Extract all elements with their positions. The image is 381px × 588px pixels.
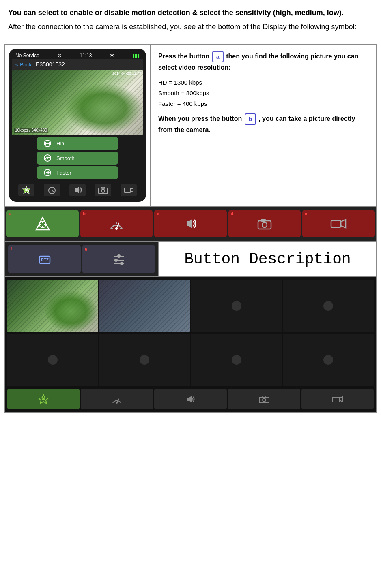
hd-icon xyxy=(42,139,53,148)
smooth-label: Smooth xyxy=(56,155,75,161)
grid-settings-btn[interactable] xyxy=(7,389,80,409)
smooth-button[interactable]: Smooth xyxy=(37,152,118,165)
grid-speaker-btn[interactable] xyxy=(154,389,226,409)
bluetooth-icon: ✱ xyxy=(110,53,114,58)
intro-line2: After the connection to the camera is es… xyxy=(8,21,373,32)
svg-marker-12 xyxy=(75,187,79,193)
svg-point-42 xyxy=(120,262,123,265)
faster-button[interactable]: Faster xyxy=(37,166,118,179)
toolbar-btn-a[interactable]: a xyxy=(6,210,79,237)
phone-bottom-bar xyxy=(12,182,143,199)
svg-point-38 xyxy=(117,254,121,258)
camera-grid xyxy=(7,280,374,387)
svg-point-46 xyxy=(116,402,118,404)
svg-rect-51 xyxy=(332,397,340,402)
settings-btn[interactable] xyxy=(18,184,34,196)
camera-photo-btn[interactable] xyxy=(95,184,111,196)
plant-overlay xyxy=(65,83,143,135)
btn-desc-left: f PTZ g xyxy=(5,242,159,276)
right-description-col: Press the button a then you find the fol… xyxy=(151,45,376,206)
svg-line-11 xyxy=(52,190,54,192)
btn-b-icon: b xyxy=(245,113,256,125)
camera-date: 2014-04-26 11:?? xyxy=(112,71,141,75)
when-press-text: When you press the button b , you can ta… xyxy=(158,113,369,135)
svg-marker-34 xyxy=(341,220,346,228)
kbps-label: 10kbps / 640x480 xyxy=(14,128,48,133)
svg-point-14 xyxy=(101,189,105,192)
camera-id: E35001532 xyxy=(36,61,65,68)
svg-marker-17 xyxy=(131,188,133,192)
btn-desc-section: f PTZ g Button Description xyxy=(4,242,377,277)
video-btn[interactable] xyxy=(121,184,137,196)
smooth-res: Smooth = 800kbps xyxy=(158,88,369,98)
hd-label: HD xyxy=(56,141,64,147)
svg-point-5 xyxy=(47,157,48,159)
camera-cell-3[interactable] xyxy=(191,280,282,332)
resolution-buttons: HD Smooth xyxy=(12,135,143,182)
camera-view: 2014-04-26 11:?? 10kbps / 640x480 xyxy=(12,70,143,135)
back-button[interactable]: < Back xyxy=(15,62,32,68)
hd-button[interactable]: HD xyxy=(37,137,118,150)
toolbar-label-g: g xyxy=(85,246,88,251)
intro-text: You can select to enable or disable moti… xyxy=(0,0,381,40)
camera-cell-6[interactable] xyxy=(99,334,190,386)
toolbar-label-f: f xyxy=(11,246,12,251)
grid-speed-btn[interactable] xyxy=(81,389,153,409)
toolbar-label-b: b xyxy=(83,211,86,216)
camera-cell-7[interactable] xyxy=(191,334,282,386)
svg-text:PTZ: PTZ xyxy=(41,258,49,262)
hd-res: HD = 1300 kbps xyxy=(158,78,369,88)
svg-rect-16 xyxy=(124,188,131,192)
press-btn-pre: Press the button xyxy=(158,53,209,60)
btn-a-icon: a xyxy=(212,51,224,62)
toolbar-btn-d[interactable]: d xyxy=(228,210,301,237)
toolbar-section: a b c d xyxy=(4,207,377,242)
svg-point-49 xyxy=(263,398,266,402)
grid-photo-btn[interactable] xyxy=(228,389,300,409)
camera-cell-4[interactable] xyxy=(283,280,374,332)
camera-cell-5[interactable] xyxy=(7,334,98,386)
when-press-pre: When you press the button xyxy=(158,115,242,122)
svg-rect-32 xyxy=(261,219,265,221)
phone-mockup-col: No Service ⊙ 11:13 ✱ ▮▮▮ < Back E3500153… xyxy=(5,45,151,206)
camera-cell-8[interactable] xyxy=(283,334,374,386)
svg-point-25 xyxy=(115,227,118,230)
resolution-list: HD = 1300 kbps Smooth = 800kbps Faster =… xyxy=(158,78,369,109)
toolbar-label-d: d xyxy=(231,211,234,216)
svg-marker-29 xyxy=(187,219,192,229)
svg-marker-47 xyxy=(187,396,192,402)
svg-marker-52 xyxy=(340,397,342,402)
toolbar-btn-g[interactable]: g xyxy=(82,245,155,273)
faster-res: Faster = 400 kbps xyxy=(158,99,369,109)
grid-video-btn[interactable] xyxy=(301,389,374,409)
svg-point-40 xyxy=(114,259,118,262)
main-section: No Service ⊙ 11:13 ✱ ▮▮▮ < Back E3500153… xyxy=(4,44,377,207)
toolbar-btn-b[interactable]: b xyxy=(80,210,153,237)
wifi-icon: ⊙ xyxy=(58,53,62,58)
smooth-icon xyxy=(42,154,53,163)
intro-line1: You can select to enable or disable moti… xyxy=(8,7,373,18)
toolbar-btn-e[interactable]: e xyxy=(302,210,375,237)
battery-icon: ▮▮▮ xyxy=(132,53,140,58)
camera-cell-2[interactable] xyxy=(99,280,190,332)
faster-icon xyxy=(42,168,53,177)
timer-btn[interactable] xyxy=(44,184,60,196)
toolbar-btn-f[interactable]: f PTZ xyxy=(8,245,81,273)
phone-status-bar: No Service ⊙ 11:13 ✱ ▮▮▮ xyxy=(12,52,143,59)
toolbar-label-a: a xyxy=(9,211,11,216)
faster-label: Faster xyxy=(56,170,71,176)
toolbar-label-e: e xyxy=(305,211,307,216)
speaker-btn[interactable] xyxy=(69,184,86,196)
svg-rect-33 xyxy=(331,220,341,227)
btn-desc-title: Button Description xyxy=(159,242,376,276)
grid-section xyxy=(4,277,377,413)
svg-point-31 xyxy=(262,222,267,227)
grid-row-2 xyxy=(7,334,374,386)
toolbar-btn-c[interactable]: c xyxy=(154,210,226,237)
toolbar-label-c: c xyxy=(157,211,159,216)
phone-header: < Back E35001532 xyxy=(12,59,143,70)
svg-point-44 xyxy=(42,398,45,400)
camera-cell-1[interactable] xyxy=(7,280,98,332)
grid-row-1 xyxy=(7,280,374,332)
grid-bottom-toolbar xyxy=(7,389,374,409)
